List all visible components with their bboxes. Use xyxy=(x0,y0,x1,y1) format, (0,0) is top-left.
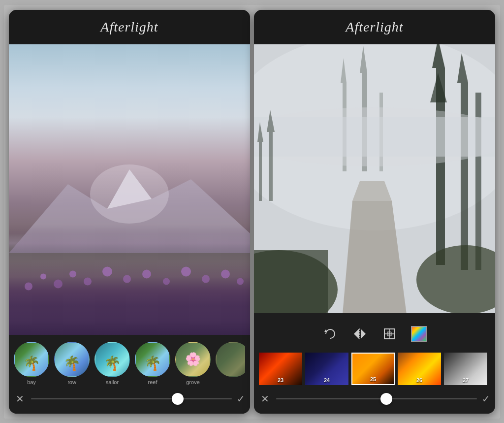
filter-item-bay[interactable]: bay xyxy=(14,342,49,385)
left-photo-area xyxy=(9,44,250,335)
rotate-tool-button[interactable] xyxy=(320,324,340,344)
left-slider-track[interactable] xyxy=(31,398,232,399)
svg-rect-38 xyxy=(269,132,273,201)
right-bottom-panel: 23 24 25 26 27 ✕ ✓ xyxy=(254,313,495,414)
svg-rect-33 xyxy=(254,250,328,313)
gradient-25-label: 25 xyxy=(370,376,376,382)
right-app-title: Afterlight xyxy=(346,19,403,35)
svg-point-10 xyxy=(142,270,151,279)
svg-point-13 xyxy=(202,275,210,283)
gradient-24[interactable]: 24 xyxy=(305,353,348,385)
color-tool-button[interactable] xyxy=(409,324,429,344)
filter-item-extra[interactable] xyxy=(216,342,245,385)
filter-circle-extra[interactable] xyxy=(216,342,245,377)
svg-point-3 xyxy=(25,283,32,291)
mountain-photo xyxy=(9,44,250,335)
filter-circle-sailor[interactable] xyxy=(94,342,130,377)
gradient-25[interactable]: 25 xyxy=(351,353,395,385)
left-cancel-button[interactable]: ✕ xyxy=(14,391,26,407)
svg-marker-42 xyxy=(361,329,366,339)
gradient-24-label: 24 xyxy=(324,377,330,383)
filter-item-sailor[interactable]: sailor xyxy=(94,342,130,385)
gradient-27-label: 27 xyxy=(463,377,469,383)
svg-rect-26 xyxy=(461,83,468,270)
svg-point-14 xyxy=(221,270,230,279)
svg-point-5 xyxy=(54,280,63,289)
svg-rect-36 xyxy=(259,142,262,201)
svg-point-35 xyxy=(254,107,495,166)
left-filter-row: bay row sailor xyxy=(14,342,245,385)
flip-tool-button[interactable] xyxy=(350,324,370,344)
right-confirm-button[interactable]: ✓ xyxy=(482,393,490,405)
filter-label-row: row xyxy=(67,379,76,385)
gradient-26-label: 26 xyxy=(416,377,422,383)
svg-point-11 xyxy=(163,278,170,285)
left-header: Afterlight xyxy=(9,10,250,44)
forest-photo xyxy=(254,44,495,313)
filter-item-grove[interactable]: 🌸 grove xyxy=(175,342,211,385)
filter-label-bay: bay xyxy=(27,379,36,385)
left-phone: Afterlight xyxy=(9,10,250,414)
svg-point-8 xyxy=(102,267,112,277)
svg-marker-41 xyxy=(354,329,359,339)
right-header: Afterlight xyxy=(254,10,495,44)
filter-label-grove: grove xyxy=(186,379,200,385)
color-grid-icon xyxy=(411,326,427,342)
gradient-27[interactable]: 27 xyxy=(444,353,487,385)
gradient-26[interactable]: 26 xyxy=(398,353,441,385)
svg-point-15 xyxy=(237,278,244,285)
gradient-23[interactable]: 23 xyxy=(259,353,302,385)
filter-label-reef: reef xyxy=(148,379,158,385)
right-tool-row xyxy=(259,320,490,348)
filter-item-reef[interactable]: reef xyxy=(135,342,170,385)
left-bottom-panel: bay row sailor xyxy=(9,335,250,414)
svg-marker-47 xyxy=(387,332,391,336)
filter-item-row[interactable]: row xyxy=(54,342,90,385)
filter-circle-reef[interactable] xyxy=(135,342,170,377)
svg-point-9 xyxy=(123,275,131,283)
filter-circle-grove[interactable]: 🌸 xyxy=(175,342,211,377)
app-wrapper: Afterlight xyxy=(4,5,500,419)
filter-circle-bay[interactable] xyxy=(14,342,49,377)
left-app-title: Afterlight xyxy=(100,19,158,35)
right-gradient-row: 23 24 25 26 27 xyxy=(259,353,490,385)
gradient-23-label: 23 xyxy=(278,377,284,383)
right-phone: Afterlight xyxy=(254,10,495,414)
left-controls-row: ✕ ✓ xyxy=(14,389,245,409)
left-confirm-button[interactable]: ✓ xyxy=(237,393,245,405)
right-slider-track[interactable] xyxy=(276,398,477,399)
right-controls-row: ✕ ✓ xyxy=(259,389,490,409)
right-photo-area xyxy=(254,44,495,313)
svg-point-7 xyxy=(84,278,92,286)
left-slider-thumb[interactable] xyxy=(172,393,184,405)
filter-label-sailor: sailor xyxy=(106,379,119,385)
svg-point-6 xyxy=(69,271,76,278)
svg-point-4 xyxy=(40,274,46,280)
svg-point-2 xyxy=(90,164,169,224)
right-cancel-button[interactable]: ✕ xyxy=(259,391,271,407)
svg-point-12 xyxy=(181,267,191,277)
crop-tool-button[interactable] xyxy=(379,324,399,344)
filter-circle-row[interactable] xyxy=(54,342,90,377)
right-slider-thumb[interactable] xyxy=(380,393,392,405)
